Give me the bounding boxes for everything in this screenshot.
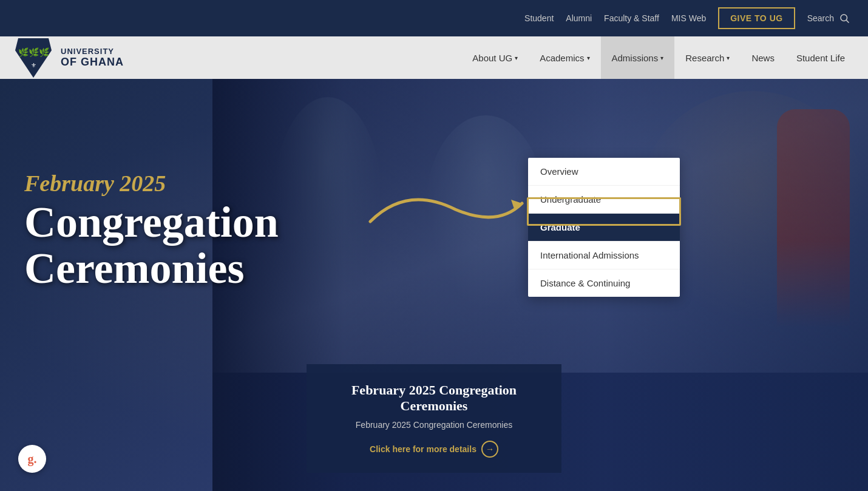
nav-item-academics[interactable]: Academics ▾ <box>529 36 600 79</box>
grammarly-badge[interactable]: g. <box>18 445 46 473</box>
card-link[interactable]: Click here for more details → <box>370 441 498 458</box>
nav-item-news[interactable]: News <box>741 36 785 79</box>
main-nav-links: About UG ▾ Academics ▾ Admissions ▾ Rese… <box>461 36 856 79</box>
logo-text: UNIVERSITY OF GHANA <box>61 47 124 69</box>
card-title: February 2025 Congregation Ceremonies <box>325 382 543 414</box>
mis-web-link[interactable]: MIS Web <box>671 13 706 23</box>
chevron-down-icon: ▾ <box>587 55 590 61</box>
nav-item-about-ug[interactable]: About UG ▾ <box>461 36 529 79</box>
card-subtitle: February 2025 Congregation Ceremonies <box>325 420 543 430</box>
hero-section: February 2025 Congregation Ceremonies Fe… <box>0 79 868 491</box>
chevron-down-icon: ▾ <box>727 55 730 61</box>
nav-item-research[interactable]: Research ▾ <box>674 36 741 79</box>
dropdown-item-distance[interactable]: Distance & Continuing <box>528 269 680 297</box>
university-shield-icon: 🌿🌿🌿 ⚜ <box>15 38 52 78</box>
logo-image: 🌿🌿🌿 ⚜ <box>12 36 55 79</box>
hero-content: February 2025 Congregation Ceremonies <box>24 170 279 291</box>
ghana-name: OF GHANA <box>61 56 124 69</box>
top-nav-links: Student Alumni Faculty & Staff MIS Web <box>524 13 706 23</box>
dropdown-item-graduate[interactable]: Graduate <box>528 214 680 242</box>
hero-title: Congregation Ceremonies <box>24 200 279 291</box>
svg-text:⚜: ⚜ <box>31 62 36 69</box>
alumni-link[interactable]: Alumni <box>566 13 592 23</box>
search-icon <box>839 13 850 24</box>
nav-item-student-life[interactable]: Student Life <box>785 36 856 79</box>
dropdown-item-overview[interactable]: Overview <box>528 158 680 186</box>
hero-card: February 2025 Congregation Ceremonies Fe… <box>307 364 561 473</box>
main-nav-bar: 🌿🌿🌿 ⚜ UNIVERSITY OF GHANA About UG ▾ Aca… <box>0 36 868 79</box>
dropdown-item-international[interactable]: International Admissions <box>528 242 680 269</box>
search-area[interactable]: Search <box>807 13 850 24</box>
svg-text:🌿🌿🌿: 🌿🌿🌿 <box>18 47 50 58</box>
logo-area[interactable]: 🌿🌿🌿 ⚜ UNIVERSITY OF GHANA <box>12 36 124 79</box>
student-link[interactable]: Student <box>524 13 554 23</box>
faculty-staff-link[interactable]: Faculty & Staff <box>604 13 659 23</box>
svg-marker-2 <box>15 38 52 78</box>
nav-item-admissions[interactable]: Admissions ▾ <box>601 36 675 79</box>
hero-subtitle: February 2025 <box>24 170 279 197</box>
chevron-down-icon: ▾ <box>515 55 518 61</box>
arrow-circle-icon: → <box>481 441 498 458</box>
university-name: UNIVERSITY <box>61 47 124 56</box>
search-label: Search <box>807 13 834 23</box>
give-to-ug-button[interactable]: GIVE TO UG <box>718 7 795 29</box>
svg-point-0 <box>841 15 847 21</box>
svg-line-1 <box>846 20 849 22</box>
dropdown-item-undergraduate[interactable]: Undergraduate <box>528 186 680 214</box>
chevron-down-icon: ▾ <box>660 55 663 61</box>
top-utility-bar: Student Alumni Faculty & Staff MIS Web G… <box>0 0 868 36</box>
admissions-dropdown: Overview Undergraduate Graduate Internat… <box>528 158 680 297</box>
